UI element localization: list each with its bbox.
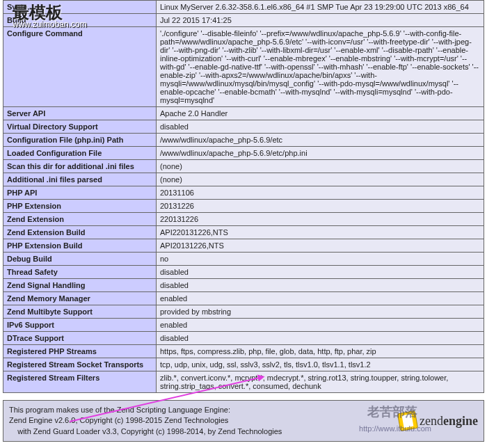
row-value: tcp, udp, unix, udg, ssl, sslv3, sslv2, … bbox=[157, 358, 484, 371]
row-value: API220131226,NTS bbox=[157, 226, 484, 239]
row-label: Virtual Directory Support bbox=[3, 120, 157, 134]
table-row: Scan this dir for additional .ini files(… bbox=[3, 160, 484, 173]
table-row: Zend Multibyte Supportprovided by mbstri… bbox=[3, 305, 484, 319]
row-value: disabled bbox=[157, 279, 484, 292]
table-row: Zend Signal Handlingdisabled bbox=[3, 279, 484, 292]
row-value: disabled bbox=[157, 332, 484, 345]
table-row: Registered PHP Streamshttps, ftps, compr… bbox=[3, 345, 484, 358]
row-label: Zend Extension Build bbox=[3, 226, 157, 239]
table-row: Server APIApache 2.0 Handler bbox=[3, 107, 484, 120]
table-row: PHP Extension20131226 bbox=[3, 200, 484, 213]
row-label: Registered Stream Filters bbox=[3, 371, 157, 393]
row-label: Server API bbox=[3, 107, 157, 120]
row-value: 20131226 bbox=[157, 200, 484, 213]
table-row: Zend Extension BuildAPI220131226,NTS bbox=[3, 226, 484, 239]
row-value: /www/wdlinux/apache_php-5.6.9/etc/php.in… bbox=[157, 147, 484, 160]
table-row: Thread Safetydisabled bbox=[3, 266, 484, 279]
watermark-url: www.zuimoban.com bbox=[13, 19, 87, 29]
row-value: Jul 22 2015 17:41:25 bbox=[157, 14, 484, 27]
row-value: disabled bbox=[157, 266, 484, 279]
row-value: (none) bbox=[157, 160, 484, 173]
row-label: PHP Extension bbox=[3, 200, 157, 213]
table-row: Registered Stream Socket Transportstcp, … bbox=[3, 358, 484, 371]
table-row: Syste.Linux MyServer 2.6.32-358.6.1.el6.… bbox=[3, 1, 484, 14]
table-row: Zend Extension220131226 bbox=[3, 213, 484, 226]
table-row: Loaded Configuration File/www/wdlinux/ap… bbox=[3, 147, 484, 160]
row-label: Registered Stream Socket Transports bbox=[3, 358, 157, 371]
row-value: enabled bbox=[157, 292, 484, 305]
table-row: PHP Extension BuildAPI20131226,NTS bbox=[3, 239, 484, 253]
row-value: enabled bbox=[157, 319, 484, 332]
table-row: Configure Command'./configure' '--disabl… bbox=[3, 27, 484, 107]
table-row: Zend Memory Managerenabled bbox=[3, 292, 484, 305]
row-value: /www/wdlinux/apache_php-5.6.9/etc bbox=[157, 134, 484, 147]
zend-credits: This program makes use of the Zend Scrip… bbox=[9, 405, 282, 437]
row-label: Loaded Configuration File bbox=[3, 147, 157, 160]
zend-logo-text-bold: engine bbox=[443, 414, 478, 428]
table-row: Debug Buildno bbox=[3, 253, 484, 266]
row-label: PHP API bbox=[3, 186, 157, 200]
row-label: Scan this dir for additional .ini files bbox=[3, 160, 157, 173]
row-value: no bbox=[157, 253, 484, 266]
phpinfo-table: Syste.Linux MyServer 2.6.32-358.6.1.el6.… bbox=[3, 0, 484, 393]
table-row: PHP API20131106 bbox=[3, 186, 484, 200]
row-value: https, ftps, compress.zlib, php, file, g… bbox=[157, 345, 484, 358]
row-label: IPv6 Support bbox=[3, 319, 157, 332]
row-label: Zend Signal Handling bbox=[3, 279, 157, 292]
row-label: PHP Extension Build bbox=[3, 239, 157, 253]
table-row: Virtual Directory Supportdisabled bbox=[3, 120, 484, 134]
row-label: Additional .ini files parsed bbox=[3, 173, 157, 186]
row-value: './configure' '--disable-fileinfo' '--pr… bbox=[157, 27, 484, 107]
zend-line1: This program makes use of the Zend Scrip… bbox=[9, 405, 282, 415]
row-label: Zend Memory Manager bbox=[3, 292, 157, 305]
watermark-right-title: 老苦部落 bbox=[367, 403, 417, 420]
row-label: DTrace Support bbox=[3, 332, 157, 345]
watermark-right-url: http://www.itbulu.com bbox=[359, 424, 431, 433]
zend-line2: Zend Engine v2.6.0, Copyright (c) 1998-2… bbox=[9, 415, 282, 426]
table-row: Additional .ini files parsed(none) bbox=[3, 173, 484, 186]
table-row: Configuration File (php.ini) Path/www/wd… bbox=[3, 134, 484, 147]
table-row: IPv6 Supportenabled bbox=[3, 319, 484, 332]
row-value: 220131226 bbox=[157, 213, 484, 226]
row-value: (none) bbox=[157, 173, 484, 186]
row-value: Linux MyServer 2.6.32-358.6.1.el6.x86_64… bbox=[157, 1, 484, 14]
row-value: API20131226,NTS bbox=[157, 239, 484, 253]
row-value: 20131106 bbox=[157, 186, 484, 200]
row-label: Thread Safety bbox=[3, 266, 157, 279]
row-label: Zend Multibyte Support bbox=[3, 305, 157, 319]
row-value: disabled bbox=[157, 120, 484, 134]
zend-line3: with Zend Guard Loader v3.3, Copyright (… bbox=[9, 426, 282, 437]
row-value: provided by mbstring bbox=[157, 305, 484, 319]
table-row: DTrace Supportdisabled bbox=[3, 332, 484, 345]
row-label: Configure Command bbox=[3, 27, 157, 107]
row-label: Zend Extension bbox=[3, 213, 157, 226]
row-label: Debug Build bbox=[3, 253, 157, 266]
row-label: Configuration File (php.ini) Path bbox=[3, 134, 157, 147]
row-value: Apache 2.0 Handler bbox=[157, 107, 484, 120]
row-label: Registered PHP Streams bbox=[3, 345, 157, 358]
